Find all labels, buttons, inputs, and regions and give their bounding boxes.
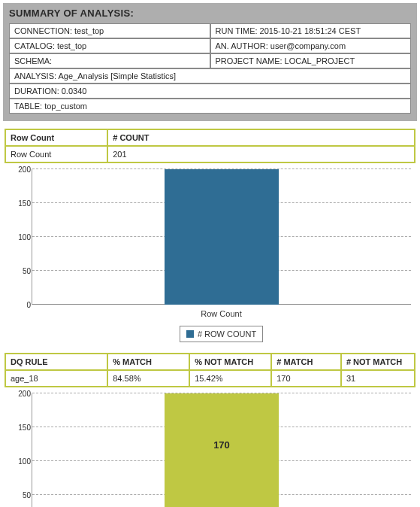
dqrule-table: DQ RULE % MATCH % NOT MATCH # MATCH # NO… [5,353,415,387]
connection-value: test_top [74,26,104,35]
runtime-cell: RUN TIME: 2015-10-21 18:51:24 CEST [210,23,412,38]
chart1-plot: 200 150 100 50 0 [32,169,411,305]
chart1-yaxis: 200 150 100 50 0 [8,169,31,305]
table-value: top_custom [44,102,87,111]
author-cell: AN. AUTHOR: user@company.com [210,38,412,53]
project-label: PROJECT NAME: [216,56,285,65]
dq-head-1: % MATCH [107,354,189,370]
chart1-tick-100: 100 [8,233,31,241]
rowcount-head-0: Row Count [5,129,107,146]
dq-cell-4: 31 [341,370,415,387]
chart1-legend-text: # ROW COUNT [198,329,256,339]
rowcount-table: Row Count # COUNT Row Count 201 [5,129,415,163]
table-cell: TABLE: top_custom [9,99,411,114]
chart1-tick-50: 50 [8,267,31,275]
catalog-cell: CATALOG: test_top [9,38,210,53]
rowcount-row: Row Count 201 [5,146,415,162]
schema-cell: SCHEMA: [9,53,210,68]
dq-head-0: DQ RULE [5,354,107,370]
author-label: AN. AUTHOR: [216,41,270,50]
dq-head-4: # NOT MATCH [341,354,415,370]
chart1-legend-item: # ROW COUNT [186,329,256,339]
runtime-label: RUN TIME: [216,26,260,35]
chart2-bar: 170 31 [165,393,278,507]
duration-label: DURATION: [14,87,62,96]
rowcount-cell-1: 201 [107,146,415,162]
dq-head-2: % NOT MATCH [189,354,271,370]
rowcount-cell-0: Row Count [5,146,107,162]
chart1-legend: # ROW COUNT [180,326,263,342]
chart1-tick-0: 0 [8,301,31,309]
chart2-tick-50: 50 [8,491,31,499]
chart1-xlabel: Row Count [27,309,415,318]
rowcount-head-1: # COUNT [107,129,415,146]
summary-panel: SUMMARY OF ANALYSIS: CONNECTION: test_to… [3,3,417,121]
dqrule-row: age_18 84.58% 15.42% 170 31 [5,370,415,387]
dq-cell-2: 15.42% [189,370,271,387]
dq-cell-0: age_18 [5,370,107,387]
project-value: LOCAL_PROJECT [285,56,355,65]
chart2-tick-100: 100 [8,457,31,466]
connection-cell: CONNECTION: test_top [9,23,210,38]
project-cell: PROJECT NAME: LOCAL_PROJECT [210,53,412,68]
author-value: user@company.com [270,41,346,50]
chart1-bar-fill [165,169,278,305]
catalog-value: test_top [57,41,86,50]
schema-label: SCHEMA: [14,56,52,65]
chart1-tick-150: 150 [8,199,31,208]
chart-dqrule: 200 150 100 50 0 170 31 age_18 # NOT MAT… [27,393,415,507]
legend-swatch-blue [186,330,194,338]
catalog-label: CATALOG: [14,41,57,50]
chart2-yaxis: 200 150 100 50 0 [8,393,31,507]
chart2-tick-150: 150 [8,424,31,432]
chart2-match-bar: 170 [165,393,278,507]
analysis-cell: ANALYSIS: Age_Analysis [Simple Statistic… [9,68,411,83]
rowcount-head: Row Count # COUNT [5,129,415,146]
dq-cell-1: 84.58% [107,370,189,387]
summary-grid: CONNECTION: test_top RUN TIME: 2015-10-2… [9,23,411,114]
runtime-value: 2015-10-21 18:51:24 CEST [260,26,361,35]
chart1-bar [165,169,278,305]
dq-head-3: # MATCH [271,354,341,370]
dqrule-head: DQ RULE % MATCH % NOT MATCH # MATCH # NO… [5,354,415,370]
chart2-plot: 200 150 100 50 0 170 31 [32,393,411,507]
connection-label: CONNECTION: [14,26,74,35]
dq-cell-3: 170 [271,370,341,387]
analysis-label: ANALYSIS: [14,71,59,80]
chart2-tick-200: 200 [8,390,31,398]
chart-rowcount: 200 150 100 50 0 Row Count # ROW COUNT [27,169,415,342]
duration-cell: DURATION: 0.0340 [9,83,411,99]
duration-value: 0.0340 [62,87,87,96]
analysis-value: Age_Analysis [Simple Statistics] [59,71,177,80]
chart1-tick-200: 200 [8,165,31,174]
table-label: TABLE: [14,102,44,111]
summary-title: SUMMARY OF ANALYSIS: [9,8,411,19]
chart2-match-label: 170 [165,439,278,451]
